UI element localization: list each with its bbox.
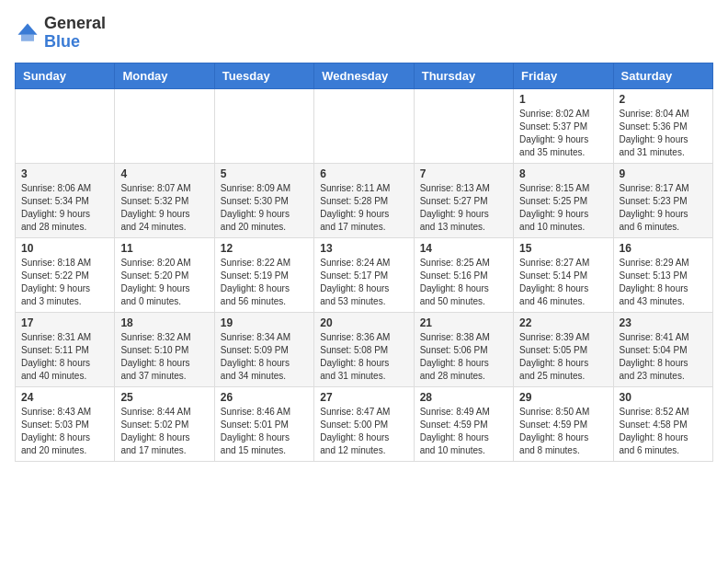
day-number: 8 bbox=[519, 167, 607, 180]
day-number: 15 bbox=[519, 242, 607, 255]
day-info: Sunrise: 8:39 AM Sunset: 5:05 PM Dayligh… bbox=[519, 331, 607, 383]
day-info: Sunrise: 8:29 AM Sunset: 5:13 PM Dayligh… bbox=[620, 257, 707, 308]
day-number: 12 bbox=[221, 242, 308, 255]
day-number: 24 bbox=[21, 391, 108, 404]
day-info: Sunrise: 8:43 AM Sunset: 5:03 PM Dayligh… bbox=[21, 406, 108, 457]
day-number: 21 bbox=[420, 316, 507, 329]
calendar-week-3: 10Sunrise: 8:18 AM Sunset: 5:22 PM Dayli… bbox=[16, 237, 713, 312]
day-info: Sunrise: 8:34 AM Sunset: 5:09 PM Dayligh… bbox=[221, 331, 308, 383]
day-number: 29 bbox=[519, 391, 607, 404]
day-info: Sunrise: 8:41 AM Sunset: 5:04 PM Dayligh… bbox=[620, 331, 707, 383]
calendar-cell: 29Sunrise: 8:50 AM Sunset: 4:59 PM Dayli… bbox=[514, 386, 613, 461]
day-info: Sunrise: 8:46 AM Sunset: 5:01 PM Dayligh… bbox=[221, 406, 308, 457]
day-number: 7 bbox=[420, 167, 507, 180]
calendar-cell: 21Sunrise: 8:38 AM Sunset: 5:06 PM Dayli… bbox=[414, 312, 513, 386]
page-header: General Blue bbox=[15, 15, 713, 52]
calendar-cell: 8Sunrise: 8:15 AM Sunset: 5:25 PM Daylig… bbox=[514, 163, 613, 237]
calendar-cell: 16Sunrise: 8:29 AM Sunset: 5:13 PM Dayli… bbox=[613, 237, 712, 312]
day-number: 23 bbox=[620, 316, 707, 329]
logo-general: General bbox=[44, 14, 106, 32]
calendar-cell: 12Sunrise: 8:22 AM Sunset: 5:19 PM Dayli… bbox=[214, 237, 313, 312]
calendar-cell: 14Sunrise: 8:25 AM Sunset: 5:16 PM Dayli… bbox=[414, 237, 513, 312]
logo-blue: Blue bbox=[44, 32, 80, 51]
logo-icon bbox=[15, 20, 40, 46]
day-info: Sunrise: 8:13 AM Sunset: 5:27 PM Dayligh… bbox=[420, 182, 507, 234]
calendar-cell: 11Sunrise: 8:20 AM Sunset: 5:20 PM Dayli… bbox=[115, 237, 214, 312]
day-info: Sunrise: 8:11 AM Sunset: 5:28 PM Dayligh… bbox=[320, 182, 407, 234]
calendar-cell bbox=[115, 88, 214, 163]
calendar-cell: 3Sunrise: 8:06 AM Sunset: 5:34 PM Daylig… bbox=[16, 163, 115, 237]
calendar-cell: 28Sunrise: 8:49 AM Sunset: 4:59 PM Dayli… bbox=[414, 386, 513, 461]
calendar-cell: 10Sunrise: 8:18 AM Sunset: 5:22 PM Dayli… bbox=[16, 237, 115, 312]
calendar-week-1: 1Sunrise: 8:02 AM Sunset: 5:37 PM Daylig… bbox=[16, 88, 713, 163]
weekday-header-wednesday: Wednesday bbox=[314, 63, 414, 88]
day-info: Sunrise: 8:02 AM Sunset: 5:37 PM Dayligh… bbox=[519, 108, 607, 159]
day-number: 2 bbox=[620, 93, 707, 106]
calendar-cell: 4Sunrise: 8:07 AM Sunset: 5:32 PM Daylig… bbox=[115, 163, 214, 237]
calendar-cell: 26Sunrise: 8:46 AM Sunset: 5:01 PM Dayli… bbox=[214, 386, 313, 461]
weekday-header-sunday: Sunday bbox=[16, 63, 115, 88]
calendar-week-2: 3Sunrise: 8:06 AM Sunset: 5:34 PM Daylig… bbox=[16, 163, 713, 237]
calendar-cell: 24Sunrise: 8:43 AM Sunset: 5:03 PM Dayli… bbox=[16, 386, 115, 461]
calendar-cell: 6Sunrise: 8:11 AM Sunset: 5:28 PM Daylig… bbox=[314, 163, 414, 237]
calendar-cell: 20Sunrise: 8:36 AM Sunset: 5:08 PM Dayli… bbox=[314, 312, 414, 386]
calendar-week-4: 17Sunrise: 8:31 AM Sunset: 5:11 PM Dayli… bbox=[16, 312, 713, 386]
weekday-header-thursday: Thursday bbox=[414, 63, 513, 88]
day-number: 5 bbox=[221, 167, 308, 180]
day-info: Sunrise: 8:22 AM Sunset: 5:19 PM Dayligh… bbox=[221, 257, 308, 308]
calendar-week-5: 24Sunrise: 8:43 AM Sunset: 5:03 PM Dayli… bbox=[16, 386, 713, 461]
calendar-cell: 23Sunrise: 8:41 AM Sunset: 5:04 PM Dayli… bbox=[613, 312, 712, 386]
calendar-cell: 18Sunrise: 8:32 AM Sunset: 5:10 PM Dayli… bbox=[115, 312, 214, 386]
calendar-cell: 22Sunrise: 8:39 AM Sunset: 5:05 PM Dayli… bbox=[514, 312, 613, 386]
day-number: 1 bbox=[519, 93, 607, 106]
day-info: Sunrise: 8:44 AM Sunset: 5:02 PM Dayligh… bbox=[120, 406, 208, 457]
day-number: 16 bbox=[620, 242, 707, 255]
day-info: Sunrise: 8:38 AM Sunset: 5:06 PM Dayligh… bbox=[420, 331, 507, 383]
calendar-cell: 2Sunrise: 8:04 AM Sunset: 5:36 PM Daylig… bbox=[613, 88, 712, 163]
day-info: Sunrise: 8:15 AM Sunset: 5:25 PM Dayligh… bbox=[519, 182, 607, 234]
calendar-cell: 27Sunrise: 8:47 AM Sunset: 5:00 PM Dayli… bbox=[314, 386, 414, 461]
day-info: Sunrise: 8:06 AM Sunset: 5:34 PM Dayligh… bbox=[21, 182, 108, 234]
day-number: 4 bbox=[120, 167, 208, 180]
day-number: 26 bbox=[221, 391, 308, 404]
svg-rect-1 bbox=[21, 35, 34, 41]
calendar-cell: 25Sunrise: 8:44 AM Sunset: 5:02 PM Dayli… bbox=[115, 386, 214, 461]
day-number: 20 bbox=[320, 316, 407, 329]
day-info: Sunrise: 8:36 AM Sunset: 5:08 PM Dayligh… bbox=[320, 331, 407, 383]
calendar-cell bbox=[314, 88, 414, 163]
day-number: 27 bbox=[320, 391, 407, 404]
calendar-cell: 15Sunrise: 8:27 AM Sunset: 5:14 PM Dayli… bbox=[514, 237, 613, 312]
calendar-cell: 30Sunrise: 8:52 AM Sunset: 4:58 PM Dayli… bbox=[613, 386, 712, 461]
calendar-cell: 9Sunrise: 8:17 AM Sunset: 5:23 PM Daylig… bbox=[613, 163, 712, 237]
day-number: 9 bbox=[620, 167, 707, 180]
day-info: Sunrise: 8:49 AM Sunset: 4:59 PM Dayligh… bbox=[420, 406, 507, 457]
day-number: 13 bbox=[320, 242, 407, 255]
day-info: Sunrise: 8:18 AM Sunset: 5:22 PM Dayligh… bbox=[21, 257, 108, 308]
day-number: 10 bbox=[21, 242, 108, 255]
day-number: 17 bbox=[21, 316, 108, 329]
day-number: 6 bbox=[320, 167, 407, 180]
day-info: Sunrise: 8:04 AM Sunset: 5:36 PM Dayligh… bbox=[620, 108, 707, 159]
calendar-cell: 19Sunrise: 8:34 AM Sunset: 5:09 PM Dayli… bbox=[214, 312, 313, 386]
weekday-header-monday: Monday bbox=[115, 63, 214, 88]
calendar-header-row: SundayMondayTuesdayWednesdayThursdayFrid… bbox=[16, 63, 713, 88]
day-info: Sunrise: 8:24 AM Sunset: 5:17 PM Dayligh… bbox=[320, 257, 407, 308]
calendar-cell: 1Sunrise: 8:02 AM Sunset: 5:37 PM Daylig… bbox=[514, 88, 613, 163]
day-number: 25 bbox=[120, 391, 208, 404]
logo-text: General Blue bbox=[44, 15, 106, 52]
svg-marker-0 bbox=[18, 23, 38, 34]
day-number: 19 bbox=[221, 316, 308, 329]
day-info: Sunrise: 8:25 AM Sunset: 5:16 PM Dayligh… bbox=[420, 257, 507, 308]
weekday-header-friday: Friday bbox=[514, 63, 613, 88]
calendar-cell: 5Sunrise: 8:09 AM Sunset: 5:30 PM Daylig… bbox=[214, 163, 313, 237]
day-number: 3 bbox=[21, 167, 108, 180]
day-number: 14 bbox=[420, 242, 507, 255]
weekday-header-tuesday: Tuesday bbox=[214, 63, 313, 88]
calendar-cell bbox=[16, 88, 115, 163]
day-number: 22 bbox=[519, 316, 607, 329]
day-info: Sunrise: 8:31 AM Sunset: 5:11 PM Dayligh… bbox=[21, 331, 108, 383]
day-info: Sunrise: 8:27 AM Sunset: 5:14 PM Dayligh… bbox=[519, 257, 607, 308]
day-info: Sunrise: 8:47 AM Sunset: 5:00 PM Dayligh… bbox=[320, 406, 407, 457]
day-number: 28 bbox=[420, 391, 507, 404]
day-info: Sunrise: 8:09 AM Sunset: 5:30 PM Dayligh… bbox=[221, 182, 308, 234]
